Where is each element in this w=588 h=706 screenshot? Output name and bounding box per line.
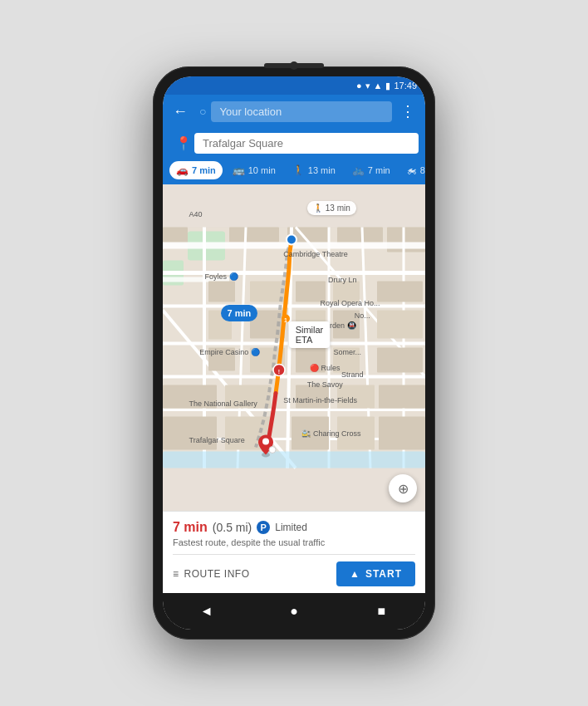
tab-moto[interactable]: 🏍 8 m <box>400 161 425 179</box>
label-strand: Strand <box>341 370 364 379</box>
svg-point-53 <box>269 447 276 454</box>
parking-status: Limited <box>275 522 307 533</box>
svg-rect-38 <box>377 348 423 373</box>
svg-rect-6 <box>337 228 383 244</box>
walk-bubble-label: 13 min <box>326 203 350 213</box>
route-info-label: ROUTE INFO <box>184 568 250 580</box>
tab-drive[interactable]: 🚗 7 min <box>169 161 223 179</box>
label-trafalgar: Trafalgar Square <box>189 436 245 444</box>
route-time-row: 7 min (0.5 mi) P Limited <box>173 520 415 535</box>
label-opera: Royal Opera Ho... <box>321 299 380 307</box>
bike-label: 7 min <box>368 165 390 175</box>
svg-text:1: 1 <box>284 317 287 323</box>
location-icon: ● <box>356 81 362 91</box>
speaker <box>264 63 324 68</box>
drive-label: 7 min <box>192 165 216 175</box>
location-crosshair-icon: ⊕ <box>398 481 409 497</box>
my-location-button[interactable]: ⊕ <box>389 474 417 503</box>
bike-icon: 🚲 <box>352 164 365 176</box>
dest-pin-icon: 📍 <box>175 135 192 151</box>
label-foyles: Foyles 🔵 <box>205 272 238 281</box>
tab-transit[interactable]: 🚌 10 min <box>226 161 282 179</box>
label-savoy: The Savoy <box>307 380 343 389</box>
svg-point-50 <box>287 235 296 245</box>
transport-bar: 🚗 7 min 🚌 10 min 🚶 13 min 🚲 7 min 🏍 <box>163 158 425 184</box>
tab-walk[interactable]: 🚶 13 min <box>286 161 342 179</box>
tab-bike[interactable]: 🚲 7 min <box>345 161 397 179</box>
screen: ● ▾ ▲ ▮ 17:49 ← ○ ⋮ <box>163 76 425 630</box>
status-bar: ● ▾ ▲ ▮ 17:49 <box>163 76 425 95</box>
time-display: 17:49 <box>394 81 417 91</box>
back-system-button[interactable]: ◄ <box>194 599 219 624</box>
moto-icon: 🏍 <box>407 164 417 176</box>
walk-bubble-icon: 🚶 <box>313 203 323 213</box>
recents-system-button[interactable]: ■ <box>369 599 394 624</box>
drive-time-label: 7 min <box>228 308 252 318</box>
map-area[interactable]: ! 1 A40 Foyles 🔵 Cambridge Theatre Drury… <box>163 184 425 511</box>
start-label: START <box>365 568 402 580</box>
route-info-button[interactable]: ≡ ROUTE INFO <box>173 568 250 580</box>
wifi-icon: ▾ <box>365 81 370 91</box>
svg-rect-44 <box>163 417 217 450</box>
origin-input[interactable] <box>211 101 392 122</box>
back-button[interactable]: ← <box>169 100 191 124</box>
origin-input-container <box>211 101 392 122</box>
route-info-panel: 7 min (0.5 mi) P Limited Fastest route, … <box>163 511 425 593</box>
destination-row: 📍 <box>169 128 419 158</box>
circle-icon: ○ <box>199 105 206 118</box>
nav-header: ← ○ ⋮ 📍 <box>163 95 425 158</box>
transit-icon: 🚌 <box>233 164 245 176</box>
navigation-icon: ▲ <box>350 568 360 580</box>
svg-rect-4 <box>229 228 279 243</box>
destination-input[interactable] <box>194 133 419 154</box>
label-no: No... <box>355 311 370 320</box>
route-time: 7 min <box>173 520 208 535</box>
svg-rect-43 <box>379 385 425 409</box>
drive-icon: 🚗 <box>176 164 189 176</box>
label-gallery: The National Gallery <box>189 400 257 408</box>
phone-inner: ● ▾ ▲ ▮ 17:49 ← ○ ⋮ <box>163 76 425 630</box>
svg-rect-3 <box>163 228 188 244</box>
transit-label: 10 min <box>248 165 276 175</box>
route-description: Fastest route, despite the usual traffic <box>173 537 415 547</box>
battery-icon: ▮ <box>385 81 390 91</box>
home-system-button[interactable]: ● <box>282 599 306 624</box>
label-cambridge: Cambridge Theatre <box>283 250 347 258</box>
label-a40: A40 <box>189 210 203 218</box>
start-button[interactable]: ▲ START <box>336 561 415 586</box>
label-somerset: Somer... <box>333 348 361 356</box>
signal-icon: ▲ <box>374 81 383 91</box>
similar-eta-box: Similar ETA <box>289 321 331 348</box>
label-drury: Drury Ln <box>328 276 357 284</box>
more-button[interactable]: ⋮ <box>397 99 419 124</box>
label-charing: 🚉 Charing Cross <box>301 429 360 438</box>
svg-point-52 <box>262 439 269 445</box>
similar-eta-label: Similar <box>296 325 324 335</box>
route-actions: ≡ ROUTE INFO ▲ START <box>173 554 415 586</box>
phone-frame: ● ▾ ▲ ▮ 17:49 ← ○ ⋮ <box>153 66 435 640</box>
bottom-nav: ◄ ● ■ <box>163 593 425 630</box>
status-icons: ● ▾ ▲ ▮ 17:49 <box>356 81 417 91</box>
svg-text:!: ! <box>278 369 280 375</box>
label-martin: St Martin-in-the-Fields <box>283 396 357 404</box>
label-empire: Empire Casino 🔵 <box>199 348 260 356</box>
similar-eta-label2: ETA <box>296 335 313 345</box>
svg-rect-48 <box>379 417 425 450</box>
svg-rect-37 <box>377 311 423 339</box>
drive-time-bubble: 7 min <box>221 305 258 321</box>
label-rules: 🔴 Rules <box>310 364 341 372</box>
route-distance: (0.5 mi) <box>213 521 252 534</box>
walk-time-bubble: 🚶 13 min <box>307 201 356 215</box>
svg-rect-36 <box>377 282 423 302</box>
svg-rect-49 <box>163 452 425 468</box>
list-icon: ≡ <box>173 568 179 580</box>
origin-row: ← ○ ⋮ <box>169 95 419 128</box>
svg-rect-24 <box>208 282 235 302</box>
walk-icon: 🚶 <box>292 164 305 176</box>
parking-badge: P <box>257 521 270 534</box>
moto-label: 8 m <box>420 165 425 175</box>
walk-label: 13 min <box>308 165 336 175</box>
